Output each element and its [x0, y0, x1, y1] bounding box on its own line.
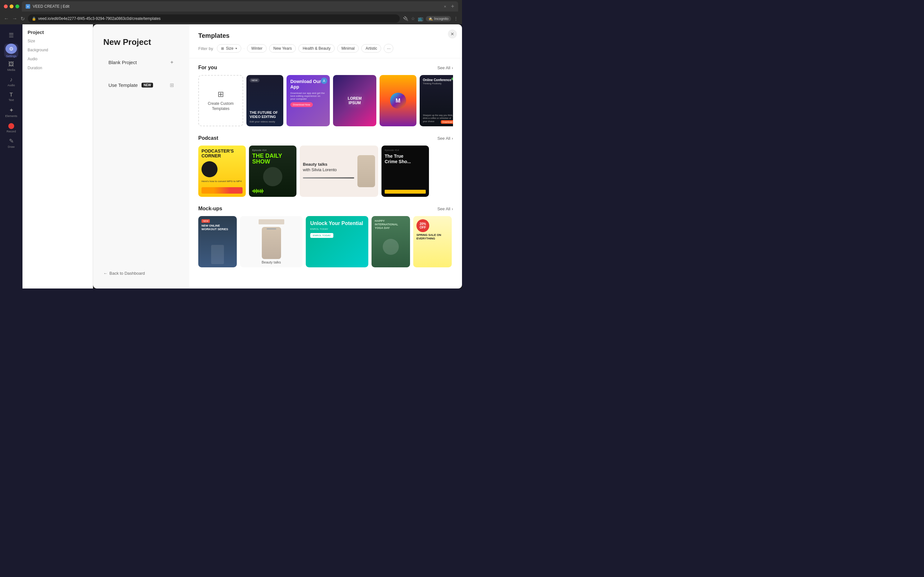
duration-section: Duration: [27, 66, 87, 70]
cast-icon[interactable]: 📺: [418, 16, 423, 21]
download-app-template-card[interactable]: Download Our App Download our app and ge…: [286, 75, 330, 126]
back-to-dashboard[interactable]: ← Back to Dashboard: [103, 271, 179, 276]
tab-bar: V VEED CREATE | Edit ✕ +: [22, 1, 458, 11]
address-url: veed.io/edit/0e4e2277-6f45-45c3-9294-790…: [38, 16, 161, 21]
sidebar-item-settings[interactable]: ⚙ Settings: [4, 44, 18, 58]
podcast-see-all[interactable]: See All ›: [437, 136, 453, 141]
use-template-option[interactable]: Use Template NEW ⊞: [103, 77, 179, 93]
yoga-template-card[interactable]: Happy InternationalYOGA DAY: [372, 216, 410, 268]
podcaster-template-card[interactable]: PODCASTER'SCORNER Here's how to convert …: [198, 145, 246, 197]
settings-avatar: ⚙: [5, 44, 17, 54]
beauty-mockup-text: Beauty talks: [262, 260, 281, 264]
close-icon: ✕: [451, 31, 454, 37]
sidebar-label-elements: Elements: [5, 114, 17, 118]
healthbeauty-filter-chip[interactable]: Health & Beauty: [298, 44, 334, 53]
forward-nav-button[interactable]: →: [12, 16, 17, 21]
duration-label: Duration: [27, 66, 87, 70]
minimize-button[interactable]: [10, 5, 13, 8]
daily-wave: [252, 189, 293, 193]
beauty-mockup-phone: [262, 227, 281, 259]
lock-icon: 🔒: [32, 17, 36, 21]
beauty-talks-template-card[interactable]: Beauty talkswith Silvia Lorento: [300, 145, 378, 197]
online-conference-template-card[interactable]: Online Conference Thinking Positively Sh…: [420, 75, 453, 126]
minimal-filter-chip[interactable]: Minimal: [337, 44, 359, 53]
workout-template-card[interactable]: NEW NEW ONLINE WORKOUT SERIES: [198, 216, 237, 268]
hamburger-menu[interactable]: ☰: [4, 28, 18, 42]
unlock-template-card[interactable]: Unlock Your Potential ENROL TODAY ENROL …: [306, 216, 368, 268]
beauty-wave: [303, 175, 354, 181]
size-label: Size: [27, 39, 87, 43]
new-tab-button[interactable]: +: [451, 3, 454, 10]
use-template-label: Use Template: [108, 82, 137, 88]
address-bar-row: ← → ↻ 🔒 veed.io/edit/0e4e2277-6f45-45c3-…: [0, 13, 462, 24]
mockups-title: Mock-ups: [198, 206, 222, 211]
size-chip-icon: ⊞: [221, 47, 224, 51]
blank-project-label: Blank Project: [108, 60, 137, 65]
new-project-panel: New Project Blank Project ✦ Use Template…: [93, 24, 189, 288]
mockups-grid: NEW NEW ONLINE WORKOUT SERIES: [198, 216, 453, 268]
colorful-logo: M: [390, 93, 406, 109]
lorem-template-card[interactable]: LOREMIPSUM: [333, 75, 376, 126]
extensions-icon[interactable]: 🔌: [403, 16, 409, 21]
audio-icon: ♪: [10, 76, 13, 83]
sidebar-item-draw[interactable]: ✎ Draw: [4, 136, 18, 150]
size-filter-chip[interactable]: ⊞ Size ▾: [217, 44, 241, 53]
menu-lines-icon: ☰: [9, 32, 14, 39]
editor-main: Project Size Background Audio Duration E…: [23, 24, 462, 288]
settings-panel: Project Size Background Audio Duration: [23, 24, 93, 288]
create-custom-icon: ⊞: [218, 90, 224, 99]
close-button[interactable]: [4, 5, 8, 8]
colorful-template-card[interactable]: M: [380, 75, 417, 126]
modal-close-button[interactable]: ✕: [448, 29, 457, 39]
size-section: Size: [27, 39, 87, 43]
back-nav-button[interactable]: ←: [4, 16, 9, 21]
audio-section: Audio: [27, 57, 87, 61]
address-bar[interactable]: 🔒 veed.io/edit/0e4e2277-6f45-45c3-9294-7…: [28, 15, 400, 23]
daily-show-image: [263, 167, 282, 186]
true-crime-wave: [384, 190, 426, 193]
daily-show-template-card[interactable]: Episode #14 THE DAILYSHOW: [249, 145, 296, 197]
podcast-title: Podcast: [198, 135, 218, 141]
spring-sale-template-card[interactable]: 20%OFF SPRING SALE ON EVERYTHING: [413, 216, 452, 268]
canvas-area: Export ↑ New Project Blank Project ✦ Use…: [93, 24, 462, 288]
newyears-filter-chip[interactable]: New Years: [269, 44, 296, 53]
sidebar-item-text[interactable]: T Text: [4, 90, 18, 104]
mockups-see-all[interactable]: See All ›: [437, 206, 453, 211]
more-filters-button[interactable]: ···: [384, 44, 393, 53]
maximize-button[interactable]: [15, 5, 19, 8]
refresh-button[interactable]: ↻: [21, 16, 25, 22]
create-custom-template-card[interactable]: ⊞ Create Custom Templates: [198, 75, 243, 126]
true-crime-template-card[interactable]: Episode #14 The TrueCrime Sho...: [381, 145, 429, 197]
templates-panel: ✕ Templates Filter by ⊞ Size ▾ ·: [189, 24, 462, 288]
sidebar-item-record[interactable]: ⬤ Record: [4, 121, 18, 135]
settings-panel-title: Project: [27, 29, 87, 35]
live-indicator: [451, 77, 453, 80]
filter-bar: Filter by ⊞ Size ▾ · Winter New Years He…: [198, 44, 453, 53]
podcaster-wave: [202, 187, 242, 193]
podcast-section-header: Podcast See All ›: [198, 135, 453, 141]
blank-project-option[interactable]: Blank Project ✦: [103, 55, 179, 70]
chevron-right-icon: ›: [452, 65, 453, 70]
tab-close-icon[interactable]: ✕: [444, 5, 446, 8]
sidebar-item-elements[interactable]: ✦ Elements: [4, 105, 18, 119]
template-icon: ⊞: [170, 82, 174, 88]
sidebar-label-text: Text: [9, 98, 14, 102]
artistic-filter-chip[interactable]: Artistic: [361, 44, 381, 53]
browser-chrome: V VEED CREATE | Edit ✕ +: [0, 0, 462, 13]
draw-icon: ✎: [9, 137, 14, 145]
background-label: Background: [27, 48, 87, 52]
mockups-section-header: Mock-ups See All ›: [198, 206, 453, 211]
winter-filter-chip[interactable]: Winter: [247, 44, 267, 53]
new-project-title: New Project: [103, 37, 179, 47]
create-custom-text: Create Custom Templates: [199, 101, 242, 111]
bookmark-icon[interactable]: ☆: [411, 16, 415, 21]
beauty-mockup-template-card[interactable]: Beauty talks: [240, 216, 302, 268]
sidebar-item-media[interactable]: 🖼 Media: [4, 59, 18, 73]
beauty-mockup-wave: [258, 219, 284, 224]
sidebar-item-audio[interactable]: ♪ Audio: [4, 74, 18, 89]
tab-favicon: V: [26, 4, 30, 9]
app-layout: ☰ ⚙ Settings 🖼 Media ♪ Audio T Text ✦ El…: [0, 24, 462, 288]
future-template-card[interactable]: NEW THE FUTURE OF VIDEO EDITING Edit you…: [246, 75, 283, 126]
for-you-see-all[interactable]: See All ›: [437, 65, 453, 70]
menu-icon[interactable]: ⋮: [454, 16, 458, 21]
